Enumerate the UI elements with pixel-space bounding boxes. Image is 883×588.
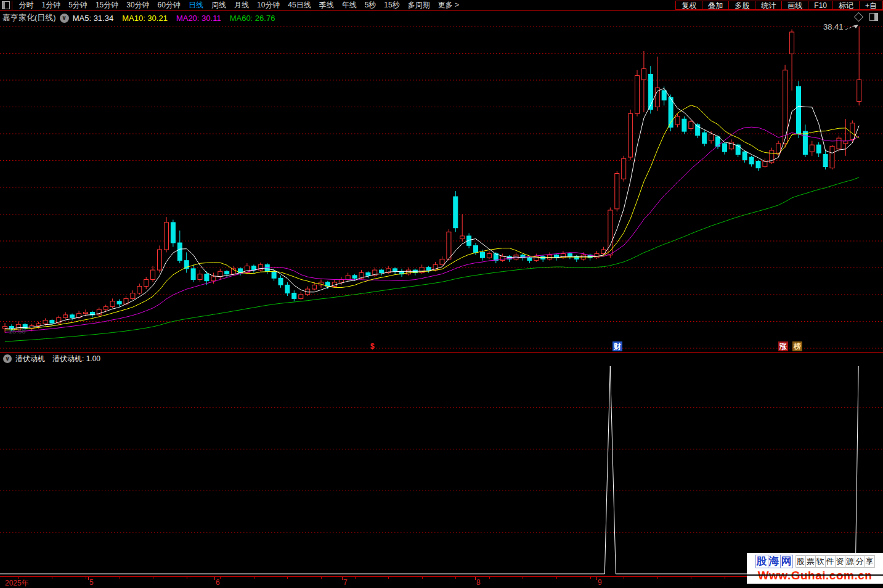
main-chart-svg[interactable] — [0, 25, 883, 352]
axis-tick-month — [88, 577, 89, 580]
timeframe-item[interactable]: 60分钟 — [153, 0, 184, 10]
axis-label: 6 — [216, 578, 220, 587]
panel-separator — [0, 352, 883, 353]
axis-label: 9 — [598, 578, 602, 587]
right-menu-item[interactable]: 统计 — [755, 1, 782, 10]
ma60-line — [5, 178, 859, 341]
timeframe-item[interactable]: 更多 > — [434, 0, 463, 10]
menu-separator — [12, 1, 12, 10]
info-bar-icons — [855, 13, 878, 21]
timeframe-item[interactable]: 10分钟 — [253, 0, 283, 10]
axis-tick — [624, 577, 624, 579]
watermark-char: 网 — [781, 555, 793, 568]
timeframe-item[interactable]: 30分钟 — [123, 0, 153, 10]
ma-value-ma10: MA10: 30.21 — [122, 14, 168, 23]
axis-label: 5 — [89, 578, 94, 587]
axis-tick-month — [214, 577, 215, 580]
price-annotation-arrow — [845, 23, 861, 31]
axis-tick-month — [475, 577, 476, 580]
axis-tick — [523, 577, 523, 579]
axis-tick — [287, 577, 288, 579]
stock-title: 嘉亨家化(日线) — [2, 12, 56, 23]
high-price-label: 38.41 — [823, 22, 844, 31]
axis-tick — [422, 577, 423, 579]
right-menu-item[interactable]: F10 — [808, 1, 833, 10]
chevron-down-icon[interactable]: ∨ — [60, 14, 69, 23]
timeframe-item[interactable]: 周线 — [207, 0, 230, 10]
indicator-value: 潜伏动机: 1.00 — [52, 354, 100, 364]
watermark-url: Www.Guhai.com.cn — [747, 569, 883, 582]
axis-tick — [489, 577, 490, 579]
right-menu-item[interactable]: 多股 — [729, 1, 755, 10]
axis-tick — [657, 577, 658, 579]
axis-tick — [187, 577, 187, 579]
chart-badge[interactable]: 涨 — [778, 341, 788, 351]
watermark: 股海网 股票软件资源分享 Www.Guhai.com.cn — [747, 553, 883, 584]
main-chart[interactable] — [0, 25, 883, 352]
watermark-line — [747, 574, 883, 576]
ma-value-ma5: MA5: 31.34 — [73, 14, 114, 23]
low-price-label: 15.65 — [9, 327, 26, 335]
timeframe-item[interactable]: 45日线 — [284, 0, 315, 10]
indicator-line — [0, 366, 858, 574]
right-menu-item[interactable]: 标记 — [833, 1, 860, 10]
price-annotation: 38.41 — [823, 22, 861, 31]
chart-badge[interactable]: 财 — [612, 341, 622, 351]
axis-tick — [388, 577, 389, 579]
grid-lines — [0, 27, 883, 348]
ma-labels: MA5: 31.34MA10: 30.21MA20: 30.11MA60: 26… — [73, 14, 284, 23]
axis-tick — [725, 577, 725, 579]
right-menu-item[interactable]: 叠加 — [702, 1, 729, 10]
timeframe-item[interactable]: 5分钟 — [65, 0, 92, 10]
axis-tick — [455, 577, 456, 579]
timeframe-item[interactable]: 年线 — [338, 0, 360, 10]
axis-label: 8 — [476, 578, 481, 587]
axis-label: 2025年 — [5, 578, 29, 588]
watermark-char: 股 — [755, 555, 768, 568]
axis-tick — [556, 577, 557, 579]
chart-badge[interactable]: $ — [369, 341, 376, 351]
right-menu: 复权叠加多股统计画线F10标记+自 — [675, 1, 883, 10]
right-menu-item[interactable]: 画线 — [782, 1, 808, 10]
watermark-char: 件 — [826, 555, 836, 568]
trading-app-window: 分时1分钟5分钟15分钟30分钟60分钟日线周线月线10分钟45日线季线年线5秒… — [0, 0, 883, 588]
axis-tick — [590, 577, 591, 579]
info-bar: 嘉亨家化(日线) ∨ MA5: 31.34MA10: 30.21MA20: 30… — [0, 11, 883, 25]
chart-badge[interactable]: 榜 — [792, 341, 802, 351]
timeframe-item[interactable]: 季线 — [315, 0, 338, 10]
right-menu-item[interactable]: 复权 — [675, 1, 702, 10]
timeframe-item[interactable]: 分时 — [15, 0, 38, 10]
right-menu-item[interactable]: +自 — [860, 1, 883, 10]
timeframe-item[interactable]: 多周期 — [404, 0, 434, 10]
axis-tick — [52, 577, 52, 579]
axis-label: 7 — [343, 578, 348, 587]
axis-tick-month — [342, 577, 343, 580]
watermark-char: 分 — [855, 555, 865, 568]
timeframe-item[interactable]: 1分钟 — [38, 0, 65, 10]
watermark-char: 享 — [865, 555, 875, 568]
axis-tick — [321, 577, 322, 579]
watermark-char: 海 — [768, 555, 781, 568]
timeframe-item[interactable]: 15分钟 — [91, 0, 122, 10]
axis-tick — [220, 577, 221, 579]
indicator-name[interactable]: 潜伏动机 — [15, 354, 45, 364]
watermark-site: 股海网 — [755, 555, 793, 568]
axis-tick — [86, 577, 86, 579]
indicator-chart-svg[interactable] — [0, 365, 883, 576]
timeframe-item[interactable]: 日线 — [184, 0, 207, 10]
window-icon[interactable] — [2, 1, 10, 9]
indicator-chart[interactable] — [0, 365, 883, 576]
axis-tick — [153, 577, 153, 579]
watermark-row1: 股海网 股票软件资源分享 — [747, 554, 883, 569]
timeframe-item[interactable]: 15秒 — [380, 0, 404, 10]
indicator-header: ∨ 潜伏动机 潜伏动机: 1.00 — [0, 353, 883, 364]
diamond-icon[interactable] — [854, 12, 864, 22]
maximize-icon[interactable] — [869, 13, 878, 21]
indicator-chevron-down-icon[interactable]: ∨ — [3, 354, 12, 363]
axis-tick — [691, 577, 691, 579]
ma20-line — [5, 127, 859, 332]
ma5-line — [5, 88, 859, 329]
timeframe-item[interactable]: 月线 — [230, 0, 253, 10]
timeframe-item[interactable]: 5秒 — [360, 0, 380, 10]
axis-tick — [254, 577, 254, 579]
